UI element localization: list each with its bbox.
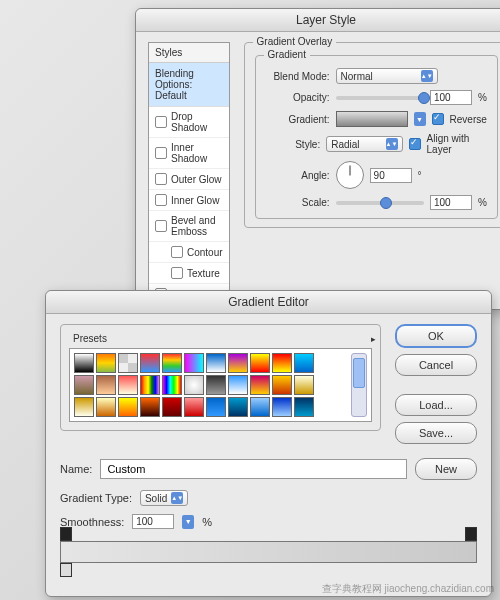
watermark: 查字典教程网 jiaocheng.chazidian.com [322, 582, 494, 596]
preset-swatch[interactable] [140, 397, 160, 417]
preset-swatch[interactable] [140, 375, 160, 395]
preset-swatch[interactable] [184, 375, 204, 395]
style-select[interactable]: Radial▲▼ [326, 136, 402, 152]
preset-swatch[interactable] [118, 375, 138, 395]
reverse-checkbox[interactable] [432, 113, 444, 125]
style-checkbox[interactable] [171, 267, 183, 279]
smoothness-value[interactable]: 100 [132, 514, 174, 529]
updown-icon: ▲▼ [421, 70, 433, 82]
style-label: Drop Shadow [171, 111, 223, 133]
opacity-stop-right[interactable] [465, 527, 477, 541]
style-checkbox[interactable] [155, 173, 167, 185]
layer-style-title: Layer Style [136, 9, 500, 32]
scale-slider[interactable] [336, 201, 424, 205]
reverse-label: Reverse [450, 114, 487, 125]
style-checkbox[interactable] [155, 220, 167, 232]
opacity-stop-left[interactable] [60, 527, 72, 541]
preset-swatch[interactable] [206, 397, 226, 417]
style-row-contour[interactable]: Contour [149, 242, 229, 263]
preset-swatch[interactable] [96, 375, 116, 395]
color-stop-left[interactable] [60, 563, 72, 577]
angle-label: Angle: [266, 170, 330, 181]
preset-swatch[interactable] [294, 353, 314, 373]
smoothness-dropdown-icon[interactable]: ▼ [182, 515, 194, 529]
align-checkbox[interactable] [409, 138, 421, 150]
scale-label: Scale: [266, 197, 330, 208]
style-checkbox[interactable] [155, 194, 167, 206]
scale-value[interactable]: 100 [430, 195, 472, 210]
updown-icon: ▲▼ [171, 492, 183, 504]
gradient-swatch[interactable] [336, 111, 408, 127]
preset-swatch[interactable] [272, 397, 292, 417]
preset-swatch[interactable] [184, 397, 204, 417]
flyout-icon[interactable]: ▸ [371, 334, 376, 344]
preset-swatch[interactable] [272, 375, 292, 395]
style-row-drop-shadow[interactable]: Drop Shadow [149, 107, 229, 138]
preset-swatch[interactable] [162, 397, 182, 417]
preset-swatch[interactable] [74, 375, 94, 395]
gradient-type-label: Gradient Type: [60, 492, 132, 504]
gradient-label: Gradient: [266, 114, 330, 125]
pct-label: % [478, 197, 487, 208]
style-row-inner-shadow[interactable]: Inner Shadow [149, 138, 229, 169]
preset-swatch[interactable] [206, 375, 226, 395]
blend-mode-label: Blend Mode: [266, 71, 330, 82]
style-checkbox[interactable] [171, 246, 183, 258]
opacity-slider[interactable] [336, 96, 424, 100]
preset-swatch[interactable] [96, 353, 116, 373]
presets-scrollbar[interactable] [351, 353, 367, 417]
preset-swatch[interactable] [140, 353, 160, 373]
style-checkbox[interactable] [155, 147, 167, 159]
presets-label: Presets [73, 333, 107, 344]
updown-icon: ▲▼ [386, 138, 398, 150]
blend-mode-select[interactable]: Normal▲▼ [336, 68, 438, 84]
preset-swatch[interactable] [272, 353, 292, 373]
preset-swatch[interactable] [228, 397, 248, 417]
style-label: Contour [187, 247, 223, 258]
style-row-bevel-and-emboss[interactable]: Bevel and Emboss [149, 211, 229, 242]
style-label: Texture [187, 268, 220, 279]
preset-swatch[interactable] [74, 353, 94, 373]
preset-swatch[interactable] [250, 397, 270, 417]
name-label: Name: [60, 463, 92, 475]
angle-dial[interactable] [336, 161, 364, 189]
align-label: Align with Layer [427, 133, 487, 155]
opacity-label: Opacity: [266, 92, 330, 103]
preset-swatch[interactable] [118, 397, 138, 417]
gradient-editor-title: Gradient Editor [46, 291, 491, 314]
preset-swatch[interactable] [228, 375, 248, 395]
preset-swatch[interactable] [206, 353, 226, 373]
preset-swatch[interactable] [184, 353, 204, 373]
blending-options-row[interactable]: Blending Options: Default [149, 63, 229, 107]
angle-value[interactable]: 90 [370, 168, 412, 183]
preset-swatch[interactable] [74, 397, 94, 417]
load-button[interactable]: Load... [395, 394, 477, 416]
preset-swatch[interactable] [294, 375, 314, 395]
style-row-texture[interactable]: Texture [149, 263, 229, 284]
save-button[interactable]: Save... [395, 422, 477, 444]
cancel-button[interactable]: Cancel [395, 354, 477, 376]
style-row-outer-glow[interactable]: Outer Glow [149, 169, 229, 190]
preset-swatch[interactable] [294, 397, 314, 417]
ok-button[interactable]: OK [395, 324, 477, 348]
gradient-overlay-panel: Gradient Overlay Gradient Blend Mode: No… [244, 42, 500, 228]
preset-swatch[interactable] [250, 375, 270, 395]
panel-legend: Gradient Overlay [253, 36, 337, 47]
style-row-inner-glow[interactable]: Inner Glow [149, 190, 229, 211]
gradient-bar[interactable] [60, 541, 477, 563]
name-input[interactable] [100, 459, 407, 479]
preset-swatch[interactable] [118, 353, 138, 373]
style-label: Outer Glow [171, 174, 222, 185]
gradient-type-select[interactable]: Solid▲▼ [140, 490, 188, 506]
preset-swatch[interactable] [96, 397, 116, 417]
preset-swatch[interactable] [228, 353, 248, 373]
style-checkbox[interactable] [155, 116, 167, 128]
preset-swatch[interactable] [162, 375, 182, 395]
preset-swatch[interactable] [162, 353, 182, 373]
preset-swatch[interactable] [250, 353, 270, 373]
deg-label: ° [418, 170, 422, 181]
gradient-dropdown-icon[interactable]: ▼ [414, 112, 426, 126]
new-button[interactable]: New [415, 458, 477, 480]
pct-label: % [478, 92, 487, 103]
opacity-value[interactable]: 100 [430, 90, 472, 105]
